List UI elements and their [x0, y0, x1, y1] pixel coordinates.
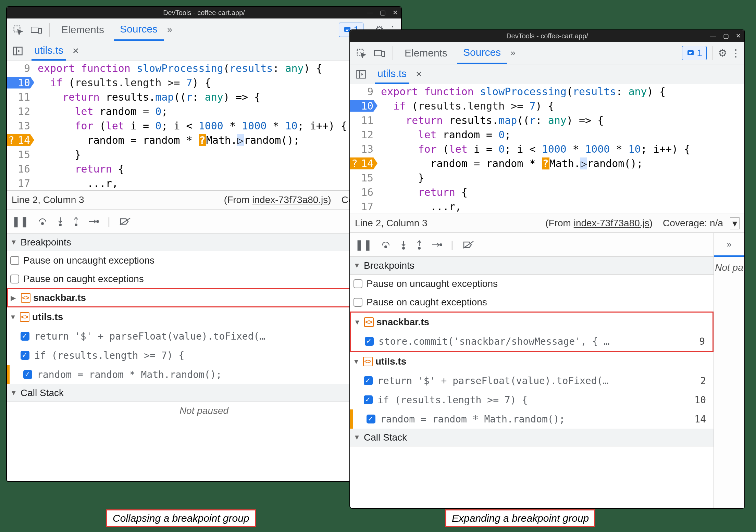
tab-elements[interactable]: Elements — [55, 18, 110, 41]
code-line[interactable]: 10 if (results.length >= 7) { — [7, 75, 401, 90]
code-line[interactable]: 15 } — [7, 147, 401, 162]
checkbox-checked[interactable] — [367, 415, 375, 423]
line-number[interactable]: 12 — [350, 129, 377, 141]
code-line[interactable]: 12 let random = 0; — [7, 104, 401, 118]
checkbox-unchecked[interactable] — [10, 256, 19, 265]
step-icon[interactable] — [432, 241, 442, 248]
line-number[interactable]: 16 — [7, 163, 34, 175]
line-number[interactable]: 11 — [7, 91, 34, 103]
code-line[interactable]: 16 return { — [7, 162, 401, 176]
tab-sources[interactable]: Sources — [114, 18, 164, 41]
breakpoint-item[interactable]: return '$' + parseFloat(value).toFixed(…… — [7, 327, 401, 346]
close-icon[interactable]: ✕ — [393, 9, 398, 16]
callstack-header[interactable]: ▼ Call Stack — [350, 429, 714, 446]
minimize-icon[interactable]: — — [367, 9, 373, 16]
titlebar[interactable]: DevTools - coffee-cart.app/ — ▢ ✕ — [7, 7, 401, 18]
line-number[interactable]: 17 — [7, 177, 34, 189]
line-number[interactable]: 15 — [7, 149, 34, 161]
line-number[interactable]: 16 — [350, 186, 377, 198]
checkbox-checked[interactable] — [364, 376, 373, 385]
code-line[interactable]: 12 let random = 0; — [350, 127, 744, 142]
line-number[interactable]: 9 — [7, 62, 34, 74]
close-icon[interactable]: ✕ — [736, 32, 741, 40]
inspect-icon[interactable] — [10, 22, 25, 37]
pause-caught-row[interactable]: Pause on caught exceptions — [350, 293, 714, 312]
source-map-link[interactable]: index-73f73a80.js — [252, 194, 328, 205]
checkbox-checked[interactable] — [365, 337, 374, 346]
checkbox-checked[interactable] — [21, 332, 29, 341]
breakpoint-item[interactable]: return '$' + parseFloat(value).toFixed(…… — [350, 371, 714, 390]
step-into-icon[interactable] — [57, 217, 64, 226]
source-map-link[interactable]: index-73f73a80.js — [574, 218, 649, 228]
bp-group-snackbar-collapsed[interactable]: ▶ <> snackbar.ts — [7, 288, 401, 307]
line-number[interactable]: 10 — [7, 77, 34, 89]
breakpoint-item[interactable]: random = random * Math.random();14 — [350, 409, 714, 429]
line-number[interactable]: 17 — [350, 201, 377, 213]
code-line[interactable]: 15 } — [350, 170, 744, 185]
step-over-icon[interactable] — [38, 217, 48, 226]
code-line[interactable]: 13 for (let i = 0; i < 1000 * 1000 * 10;… — [350, 142, 744, 156]
coverage-toggle-icon[interactable]: ▾ — [730, 217, 740, 229]
checkbox-unchecked[interactable] — [354, 298, 362, 307]
bp-group-utils[interactable]: ▼ <> utils.ts — [350, 352, 714, 371]
file-tab-utils[interactable]: utils.ts — [32, 41, 66, 61]
close-tab-icon[interactable]: ✕ — [72, 46, 79, 56]
maximize-icon[interactable]: ▢ — [723, 32, 729, 40]
code-line[interactable]: 14 random = random * ?Math.▷random(); — [7, 133, 401, 147]
line-number[interactable]: 12 — [7, 105, 34, 117]
minimize-icon[interactable]: — — [710, 32, 716, 40]
code-line[interactable]: 9export function slowProcessing(results:… — [7, 61, 401, 75]
code-line[interactable]: 10 if (results.length >= 7) { — [350, 99, 744, 113]
checkbox-checked[interactable] — [23, 370, 32, 379]
code-line[interactable]: 13 for (let i = 0; i < 1000 * 1000 * 10;… — [7, 118, 401, 133]
pause-icon[interactable]: ❚❚ — [12, 215, 29, 227]
line-number[interactable]: 9 — [350, 86, 377, 98]
device-icon[interactable] — [372, 46, 387, 61]
more-tabs-icon[interactable]: » — [167, 24, 172, 35]
code-line[interactable]: 17 ...r, — [7, 176, 401, 190]
line-number[interactable]: 14 — [350, 157, 377, 169]
file-tab-utils[interactable]: utils.ts — [375, 64, 409, 84]
line-number[interactable]: 13 — [350, 143, 377, 155]
breakpoint-item[interactable]: random = random * Math.random();14 — [7, 365, 401, 384]
line-number[interactable]: 14 — [7, 134, 34, 146]
navigator-toggle-icon[interactable] — [10, 43, 25, 59]
breakpoints-header[interactable]: ▼ Breakpoints — [7, 233, 401, 251]
code-line[interactable]: 14 random = random * ?Math.▷random(); — [350, 156, 744, 170]
step-out-icon[interactable] — [416, 240, 423, 250]
code-editor[interactable]: 9export function slowProcessing(results:… — [7, 61, 401, 190]
kebab-icon[interactable]: ⋮ — [731, 47, 741, 59]
line-number[interactable]: 11 — [350, 114, 377, 126]
step-into-icon[interactable] — [400, 240, 407, 250]
code-line[interactable]: 16 return { — [350, 185, 744, 199]
maximize-icon[interactable]: ▢ — [380, 9, 386, 16]
checkbox-checked[interactable] — [21, 351, 29, 360]
pause-uncaught-row[interactable]: Pause on uncaught exceptions — [350, 275, 714, 293]
breakpoint-item[interactable]: store.commit('snackbar/showMessage', { …… — [351, 332, 712, 351]
code-editor[interactable]: 9export function slowProcessing(results:… — [350, 84, 744, 214]
breakpoint-item[interactable]: if (results.length >= 7) {10 — [350, 390, 714, 409]
code-line[interactable]: 11 return results.map((r: any) => { — [350, 113, 744, 127]
pause-uncaught-row[interactable]: Pause on uncaught exceptions — [7, 251, 401, 270]
step-icon[interactable] — [88, 218, 99, 225]
checkbox-checked[interactable] — [364, 395, 373, 404]
deactivate-breakpoints-icon[interactable] — [119, 217, 131, 226]
titlebar[interactable]: DevTools - coffee-cart.app/ — ▢ ✕ — [350, 30, 744, 42]
breakpoint-item[interactable]: if (results.length >= 7) {10 — [7, 346, 401, 365]
line-number[interactable]: 15 — [350, 172, 377, 184]
settings-icon[interactable]: ⚙ — [718, 47, 727, 59]
line-number[interactable]: 13 — [7, 120, 34, 132]
breakpoints-header[interactable]: ▼ Breakpoints — [350, 257, 714, 275]
tab-elements[interactable]: Elements — [398, 42, 454, 64]
code-line[interactable]: 11 return results.map((r: any) => { — [7, 90, 401, 104]
bp-group-snackbar-expanded[interactable]: ▼ <> snackbar.ts — [351, 313, 712, 332]
bp-group-utils[interactable]: ▼ <> utils.ts — [7, 307, 401, 327]
more-panels-icon[interactable]: » — [714, 233, 744, 257]
close-tab-icon[interactable]: ✕ — [416, 69, 422, 79]
deactivate-breakpoints-icon[interactable] — [462, 241, 474, 249]
line-number[interactable]: 10 — [350, 100, 377, 112]
navigator-toggle-icon[interactable] — [354, 67, 369, 82]
inspect-icon[interactable] — [354, 46, 369, 61]
code-line[interactable]: 17 ...r, — [350, 199, 744, 214]
step-over-icon[interactable] — [381, 241, 391, 249]
